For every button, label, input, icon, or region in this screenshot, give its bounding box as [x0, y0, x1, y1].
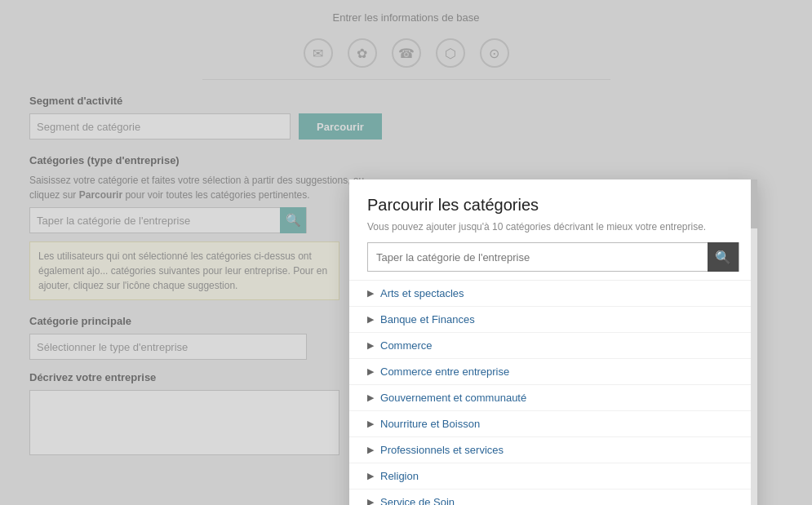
category-label-6: Professionnels et services [380, 444, 504, 456]
modal-body: ▶ Arts et spectacles ▶ Banque et Finance… [349, 280, 757, 505]
category-label-0: Arts et spectacles [380, 287, 464, 299]
category-item-5[interactable]: ▶ Nourriture et Boisson [349, 411, 757, 437]
category-label-4: Gouvernement et communauté [380, 392, 526, 404]
arrow-icon-3: ▶ [367, 366, 374, 377]
category-list: ▶ Arts et spectacles ▶ Banque et Finance… [349, 280, 757, 505]
category-item-7[interactable]: ▶ Religion [349, 463, 757, 489]
category-label-3: Commerce entre entreprise [380, 365, 509, 378]
category-label-8: Service de Soin [380, 496, 455, 505]
arrow-icon-7: ▶ [367, 471, 374, 481]
arrow-icon-0: ▶ [367, 288, 374, 299]
category-item-2[interactable]: ▶ Commerce [349, 333, 757, 359]
category-item-0[interactable]: ▶ Arts et spectacles [349, 281, 757, 307]
category-item-4[interactable]: ▶ Gouvernement et communauté [349, 385, 757, 411]
modal: Parcourir les catégories Vous pouvez ajo… [349, 179, 757, 505]
arrow-icon-6: ▶ [367, 445, 374, 455]
category-item-3[interactable]: ▶ Commerce entre entreprise [349, 359, 757, 385]
category-label-1: Banque et Finances [380, 313, 475, 326]
arrow-icon-1: ▶ [367, 314, 374, 325]
modal-scrollbar[interactable] [751, 179, 757, 505]
arrow-icon-2: ▶ [367, 340, 374, 351]
modal-scrollbar-thumb[interactable] [751, 179, 757, 228]
modal-header: Parcourir les catégories Vous pouvez ajo… [349, 179, 757, 280]
category-label-2: Commerce [380, 339, 433, 352]
modal-search-input[interactable] [368, 251, 708, 264]
category-item-6[interactable]: ▶ Professionnels et services [349, 437, 757, 463]
arrow-icon-4: ▶ [367, 392, 374, 403]
modal-overlay: Parcourir les catégories Vous pouvez ajo… [0, 0, 812, 505]
arrow-icon-8: ▶ [367, 497, 374, 505]
category-label-7: Religion [380, 470, 419, 482]
modal-search-button[interactable]: 🔍 [708, 242, 739, 272]
modal-title: Parcourir les catégories [367, 196, 739, 215]
arrow-icon-5: ▶ [367, 419, 374, 429]
category-item-8[interactable]: ▶ Service de Soin [349, 489, 757, 505]
modal-subtitle: Vous pouvez ajouter jusqu'à 10 catégorie… [367, 221, 739, 233]
category-item-1[interactable]: ▶ Banque et Finances [349, 307, 757, 333]
category-label-5: Nourriture et Boisson [380, 418, 480, 430]
modal-search-row: 🔍 [367, 242, 739, 272]
